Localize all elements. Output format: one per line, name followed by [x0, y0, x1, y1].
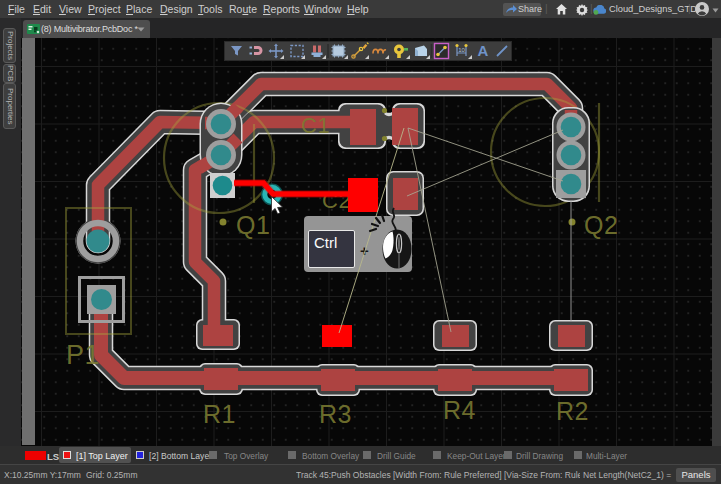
svg-text:10: 10 [458, 47, 465, 53]
svg-text:A: A [478, 42, 489, 59]
